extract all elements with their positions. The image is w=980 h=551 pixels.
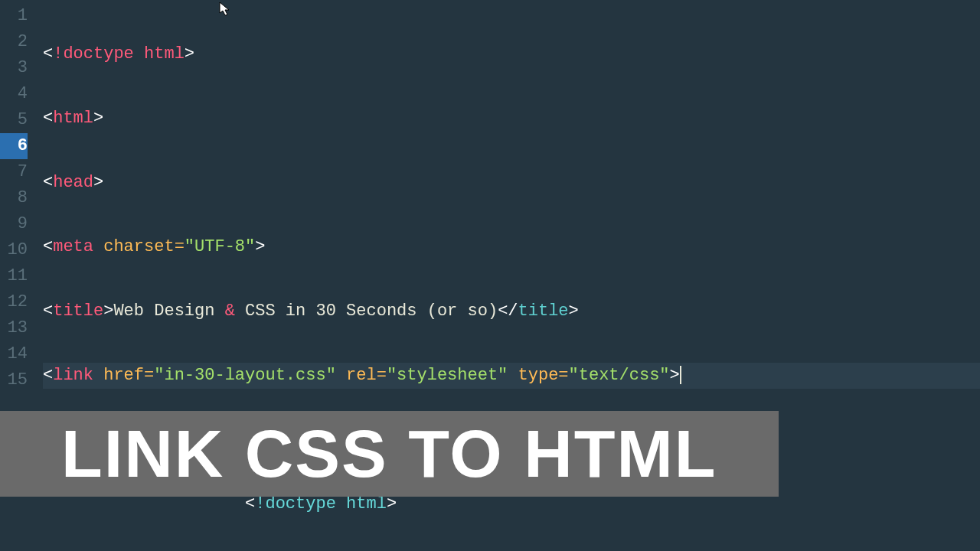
line-number: 7 [0, 159, 28, 185]
line-number-active: 6 [0, 133, 28, 159]
line-number: 4 [0, 81, 28, 107]
line-number: 9 [0, 211, 28, 237]
line-number: 2 [0, 29, 28, 55]
line-number: 3 [0, 55, 28, 81]
code-line[interactable]: <meta charset="UTF-8"> [43, 234, 980, 260]
title-banner: LINK CSS TO HTML [0, 411, 779, 497]
line-number: 8 [0, 185, 28, 211]
line-number: 1 [0, 3, 28, 29]
line-number: 15 [0, 367, 28, 393]
code-line[interactable]: <html> [43, 106, 980, 132]
line-number: 13 [0, 315, 28, 341]
line-number: 12 [0, 289, 28, 315]
text-cursor [680, 366, 681, 384]
code-line[interactable]: <!doctype html> [43, 41, 980, 67]
line-number: 10 [0, 237, 28, 263]
line-number: 14 [0, 341, 28, 367]
code-line[interactable]: <title>Web Design & CSS in 30 Seconds (o… [43, 298, 980, 324]
line-number: 5 [0, 107, 28, 133]
banner-text: LINK CSS TO HTML [61, 415, 717, 493]
line-number: 11 [0, 263, 28, 289]
code-line-active[interactable]: <link href="in-30-layout.css" rel="style… [43, 363, 980, 389]
code-line[interactable]: <head> [43, 170, 980, 196]
